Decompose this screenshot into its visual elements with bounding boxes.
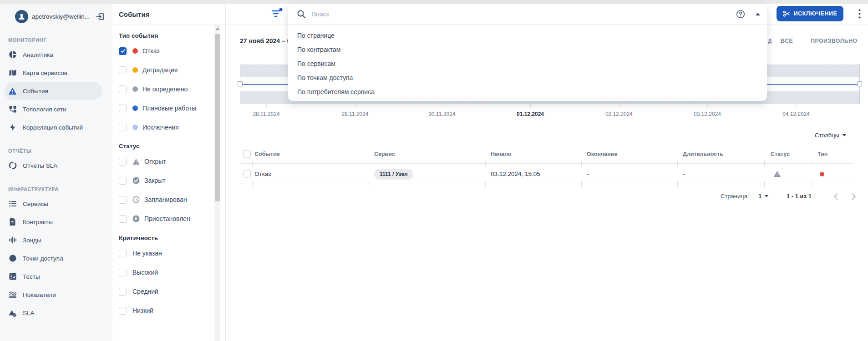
column-separator — [812, 181, 812, 187]
map-icon — [8, 69, 17, 77]
sidebar-item-topology[interactable]: Топология сети — [0, 100, 112, 118]
period-option-partial[interactable]: Д — [768, 38, 772, 44]
collapse-arrow-icon[interactable] — [755, 11, 761, 17]
kebab-menu-icon[interactable] — [855, 8, 863, 20]
filter-panel: События Тип события Отказ Деградация Не … — [112, 4, 226, 341]
checkbox[interactable] — [119, 124, 127, 131]
filter-option-low[interactable]: Низкий — [112, 301, 225, 320]
checkbox[interactable] — [119, 105, 127, 112]
sidebar-item-tests[interactable]: Тесты — [0, 267, 112, 286]
menu-item-by-page[interactable]: По странице — [288, 28, 767, 42]
sidebar-item-probes[interactable]: Зонды — [0, 231, 112, 249]
table-header-row: Событие Сервис Начало Окончание Длительн… — [240, 145, 852, 164]
axis-label: 29.11.2024 — [341, 111, 368, 117]
column-header-type[interactable]: Тип — [817, 145, 827, 164]
chevron-right-icon[interactable] — [849, 192, 858, 201]
sidebar-item-label: Топология сети — [23, 106, 66, 113]
filter-icon[interactable] — [270, 7, 284, 20]
column-separator — [369, 181, 369, 187]
filter-group-criticality: Критичность — [119, 233, 225, 243]
cell-service[interactable]: 1111 / Узел — [374, 164, 413, 184]
cell-start: 03.12.2024, 15:05 — [491, 164, 540, 184]
filter-option-planned-works[interactable]: Плановые работы — [112, 99, 225, 118]
search-bar[interactable] — [288, 4, 767, 25]
filter-option-degradation[interactable]: Деградация — [112, 60, 225, 80]
logout-icon[interactable] — [96, 12, 105, 21]
checkbox[interactable] — [119, 177, 127, 185]
sidebar-item-label: Точки доступа — [23, 255, 63, 262]
sidebar-item-events[interactable]: События — [5, 82, 102, 100]
menu-item-by-service-consumers[interactable]: По потребителям сервиса — [288, 85, 767, 99]
checkbox[interactable] — [119, 66, 127, 74]
filter-option-undefined[interactable]: Не определено — [112, 80, 225, 99]
filter-option-failure[interactable]: Отказ — [112, 41, 225, 60]
table-row[interactable]: Отказ 1111 / Узел 03.12.2024, 15:05 - - — [240, 164, 852, 184]
filter-option-label: Закрыт — [144, 177, 166, 184]
select-all-checkbox[interactable] — [243, 150, 251, 158]
brush-right-handle[interactable] — [857, 81, 862, 86]
menu-item-by-services[interactable]: По сервисам — [288, 56, 767, 70]
filter-option-paused[interactable]: Приостановлен — [112, 209, 225, 228]
period-option-custom[interactable]: ПРОИЗВОЛЬНО — [811, 38, 858, 44]
page-select[interactable]: 1 — [758, 193, 768, 200]
menu-item-by-access-points[interactable]: По точкам доступа — [288, 70, 767, 85]
column-header-start[interactable]: Начало — [491, 145, 511, 164]
checkbox-checked[interactable] — [119, 47, 127, 55]
service-chip[interactable]: 1111 / Узел — [374, 169, 413, 180]
sidebar-item-label: Корреляция событий — [23, 124, 83, 131]
filter-option-open[interactable]: Открыт — [112, 152, 225, 171]
sidebar-item-label: События — [23, 88, 48, 95]
panel-scrollbar[interactable] — [214, 25, 220, 341]
checkbox[interactable] — [119, 288, 127, 296]
filter-option-exceptions[interactable]: Исключения — [112, 118, 225, 137]
sidebar-item-service-map[interactable]: Карта сервисов — [0, 64, 112, 82]
period-option-all[interactable]: ВСЁ — [781, 38, 793, 44]
circular-report-icon — [8, 161, 17, 170]
filter-option-not-specified[interactable]: Не указан — [112, 244, 225, 263]
sidebar-item-sla[interactable]: SLA — [0, 304, 112, 322]
sidebar-item-access-points[interactable]: Точки доступа — [0, 249, 112, 267]
exception-button[interactable]: ИСКЛЮЧЕНИЕ — [777, 6, 843, 21]
checkbox[interactable] — [119, 250, 127, 257]
brush-left-handle[interactable] — [238, 81, 243, 86]
column-header-status[interactable]: Статус — [771, 145, 790, 164]
top-strip — [0, 0, 868, 4]
scrollbar-up-arrow-icon[interactable] — [214, 26, 220, 31]
checkbox[interactable] — [119, 269, 127, 276]
exception-dot-icon — [132, 125, 138, 130]
sidebar-item-contracts[interactable]: Контракты — [0, 213, 112, 231]
menu-item-by-contracts[interactable]: По контрактам — [288, 42, 767, 56]
sidebar-item-correlation[interactable]: Корреляция событий — [0, 118, 112, 136]
column-header-end[interactable]: Окончание — [587, 145, 617, 164]
filter-group-status: Статус — [119, 141, 225, 151]
timeline-range-label: 27 нояб 2024 – 0 — [240, 37, 291, 45]
user-row[interactable]: apetrovskiy@wellin... — [0, 6, 112, 26]
checkbox[interactable] — [119, 85, 127, 93]
checkbox[interactable] — [119, 158, 127, 165]
sidebar-item-sla-reports[interactable]: Отчёты SLA — [0, 156, 112, 175]
filter-group-event-type: Тип события — [119, 30, 225, 40]
column-header-duration[interactable]: Длительность — [683, 145, 723, 164]
column-header-service[interactable]: Сервис — [374, 145, 395, 164]
search-dropdown-card: По странице По контрактам По сервисам По… — [288, 4, 767, 101]
column-separator — [677, 181, 678, 187]
waveform-icon — [8, 236, 17, 245]
waves-icon — [8, 291, 17, 299]
timeline-axis: 28.11.2024 29.11.2024 30.11.2024 01.12.2… — [240, 111, 860, 118]
sidebar-item-analytics[interactable]: Аналитика — [0, 45, 112, 64]
filter-option-high[interactable]: Высокий — [112, 263, 225, 282]
column-header-event[interactable]: Событие — [254, 145, 280, 164]
chevron-left-icon[interactable] — [831, 192, 840, 201]
columns-button[interactable]: Столбцы — [815, 131, 846, 139]
checkbox[interactable] — [119, 215, 127, 223]
sidebar-item-indicators[interactable]: Показатели — [0, 286, 112, 304]
checkbox[interactable] — [119, 307, 127, 315]
filter-option-closed[interactable]: Закрыт — [112, 171, 225, 190]
scrollbar-thumb[interactable] — [215, 34, 220, 201]
row-checkbox[interactable] — [243, 170, 251, 178]
sidebar-item-label: Контракты — [23, 219, 53, 226]
filter-option-medium[interactable]: Средний — [112, 282, 225, 301]
help-icon[interactable] — [736, 10, 745, 19]
search-input[interactable] — [311, 10, 736, 18]
filter-option-label: Не указан — [132, 250, 162, 257]
